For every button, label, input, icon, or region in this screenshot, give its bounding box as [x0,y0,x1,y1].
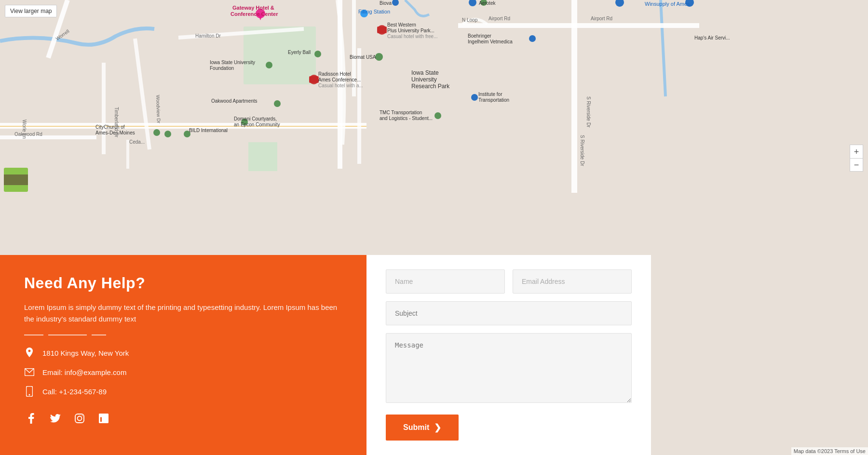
svg-text:Transportation: Transportation [478,97,509,103]
map-controls: + − [850,145,863,172]
svg-text:Airport Rd: Airport Rd [591,16,612,21]
svg-point-25 [314,51,321,57]
svg-text:Ames Conference...: Ames Conference... [318,77,361,82]
svg-rect-84 [4,174,28,185]
submit-arrow: ❯ [434,422,441,433]
svg-text:Domani Courtyards,: Domani Courtyards, [234,116,277,121]
svg-text:and Logistics - Student...: and Logistics - Student... [380,116,433,121]
svg-rect-5 [458,23,699,28]
svg-text:an Epcon Community: an Epcon Community [234,122,280,127]
info-card-description: Lorem Ipsum is simply dummy text of the … [24,302,342,325]
divider-line-1 [24,335,43,335]
address-text: 1810 Kings Way, New York [42,349,129,357]
svg-rect-4 [0,126,366,127]
svg-point-26 [266,62,272,68]
svg-text:Radisson Hotel: Radisson Hotel [318,71,351,77]
svg-text:Best Western: Best Western [387,22,416,27]
view-larger-map-button[interactable]: View larger map [5,5,57,17]
svg-point-35 [529,35,536,42]
address-item: 1810 Kings Way, New York [24,348,342,358]
divider-line-3 [92,335,106,335]
svg-text:Eyerly Ball: Eyerly Ball [288,50,311,55]
svg-text:Plus University Park...: Plus University Park... [387,28,434,33]
svg-point-31 [471,94,478,101]
svg-text:University: University [411,76,437,83]
svg-text:Oakwood Rd: Oakwood Rd [14,132,42,137]
svg-text:S Riverside Dr: S Riverside Dr [586,96,591,128]
svg-text:Airport Rd: Airport Rd [488,16,510,21]
map-attribution: Map data ©2023 Terms of Use [791,447,868,455]
svg-text:Filling Station: Filling Station [358,9,390,14]
email-item: Email: info@example.com [24,367,342,377]
svg-point-28 [434,112,441,119]
svg-rect-2 [248,142,277,171]
svg-point-89 [78,416,82,421]
svg-point-21 [375,53,383,61]
svg-text:Iowa State University: Iowa State University [210,60,255,65]
svg-text:Gateway Hotel &: Gateway Hotel & [232,5,274,11]
email-icon [24,367,35,377]
svg-point-33 [153,129,160,136]
twitter-icon[interactable] [48,411,63,426]
svg-text:Aerotek: Aerotek [479,0,496,6]
divider-line-2 [48,335,87,335]
svg-text:Institute for: Institute for [478,92,502,97]
name-input[interactable] [386,269,505,294]
svg-text:Conference Center: Conference Center [231,11,278,17]
svg-text:Casual hotel with free...: Casual hotel with free... [387,34,438,39]
contact-form: Submit ❯ [366,255,651,455]
phone-text: Call: +1-234-567-89 [42,388,107,396]
svg-rect-6 [571,0,577,193]
svg-rect-1 [244,27,316,84]
form-row-name-email [386,269,632,294]
svg-text:Hap's Air Servi...: Hap's Air Servi... [694,35,730,40]
email-input[interactable] [513,269,632,294]
zoom-in-button[interactable]: + [850,145,863,158]
svg-text:Ceda...: Ceda... [129,139,145,145]
svg-text:CityChurch of: CityChurch of [95,124,125,130]
svg-text:Woodview Dr: Woodview Dr [155,95,162,124]
svg-text:N Loop: N Loop [462,17,478,23]
svg-point-87 [29,394,30,396]
zoom-out-button[interactable]: − [850,158,863,172]
info-card-title: Need Any Help? [24,274,342,292]
svg-text:Biova: Biova [380,0,392,6]
svg-text:Timberland Dr: Timberland Dr [114,107,119,138]
svg-text:Winsupply of Ames: Winsupply of Ames [645,1,690,7]
social-icons [24,411,342,426]
svg-text:Ingelheim Vetmedica: Ingelheim Vetmedica [468,39,513,44]
submit-label: Submit [403,423,429,432]
location-icon [24,348,35,358]
message-textarea[interactable] [386,333,632,403]
svg-text:TMC Transportation: TMC Transportation [380,110,422,115]
instagram-icon[interactable] [72,411,87,426]
svg-text:Biomat USA: Biomat USA [350,54,376,60]
phone-icon [24,386,35,397]
svg-text:Iowa State: Iowa State [411,69,439,76]
svg-text:BILD International: BILD International [189,128,228,133]
svg-rect-20 [377,27,387,33]
phone-item: Call: +1-234-567-89 [24,386,342,397]
svg-text:Boehringer: Boehringer [468,33,492,39]
subject-input[interactable] [386,301,632,325]
submit-button[interactable]: Submit ❯ [386,415,459,441]
svg-text:Foundation: Foundation [210,66,234,71]
svg-text:Casual hotel with a...: Casual hotel with a... [318,83,363,88]
svg-text:S Riverside Dr: S Riverside Dr [580,135,585,166]
svg-point-34 [164,131,171,137]
svg-point-90 [82,415,83,416]
linkedin-icon[interactable] [96,411,111,426]
info-card: Need Any Help? Lorem Ipsum is simply dum… [0,255,366,455]
svg-point-29 [274,100,281,107]
svg-rect-88 [75,414,84,423]
contact-info: 1810 Kings Way, New York Email: info@exa… [24,348,342,397]
bottom-overlay: Need Any Help? Lorem Ipsum is simply dum… [0,255,651,455]
svg-text:Oakwood Apartments: Oakwood Apartments [211,98,258,104]
email-text: Email: info@example.com [42,368,126,376]
facebook-icon[interactable] [24,411,39,426]
svg-text:Hamilton Dr: Hamilton Dr [195,33,221,39]
svg-text:Research Park: Research Park [411,83,450,90]
svg-rect-23 [309,76,319,83]
divider-lines [24,335,342,335]
